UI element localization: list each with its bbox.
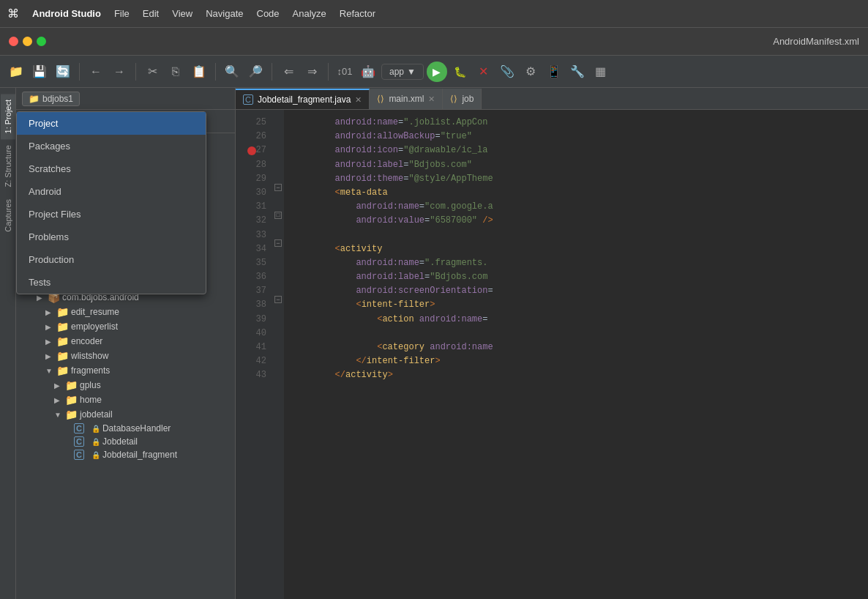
menu-android-studio[interactable]: Android Studio (32, 8, 101, 19)
menu-code[interactable]: Code (257, 8, 280, 19)
menu-analyze[interactable]: Analyze (293, 8, 326, 19)
nav-left-button[interactable]: ⇐ (278, 62, 299, 82)
run-config-selector[interactable]: app ▼ (381, 64, 424, 80)
dropdown-item-project-files[interactable]: Project Files (17, 203, 206, 226)
list-item[interactable]: ▼ 📁 jobdetail (16, 407, 235, 422)
gutter-cell (272, 321, 284, 335)
dropdown-item-problems[interactable]: Problems (17, 226, 206, 248)
open-folder-button[interactable]: 📁 (6, 62, 26, 82)
sort-button[interactable]: ↕01 (334, 62, 355, 82)
code-line-37: android:screenOrientation= (293, 284, 859, 298)
code-line-39: <action android:name= (293, 313, 859, 327)
dropdown-item-project[interactable]: Project (17, 112, 206, 135)
run-button[interactable]: ▶ (427, 62, 447, 82)
line-number: 30 (236, 186, 272, 200)
list-item[interactable]: ▼ 📁 fragments (16, 363, 235, 378)
nav-right-button[interactable]: ⇒ (302, 62, 322, 82)
toolbar-separator-1 (79, 63, 80, 81)
list-item[interactable]: ▶ 📁 encoder (16, 334, 235, 349)
gutter-cell (272, 110, 284, 124)
tree-arrow: ▶ (37, 294, 45, 302)
gutter-cell (272, 124, 284, 138)
tab-xml-icon: ⟨⟩ (450, 94, 457, 104)
dropdown-item-packages[interactable]: Packages (17, 135, 206, 157)
tab-main-xml[interactable]: ⟨⟩ main.xml ✕ (370, 89, 443, 109)
line-number: 42 (236, 354, 272, 368)
fold-marker[interactable]: − (272, 292, 284, 306)
menu-edit[interactable]: Edit (143, 8, 159, 19)
breakpoint-indicator (247, 146, 256, 155)
menu-file[interactable]: File (114, 8, 130, 19)
dropdown-item-tests[interactable]: Tests (17, 271, 206, 294)
minimize-button[interactable] (23, 37, 32, 46)
folder-icon: 📁 (65, 409, 78, 420)
apple-icon[interactable]: ⌘ (7, 7, 19, 21)
toolbar-separator-2 (135, 63, 136, 81)
search2-button[interactable]: 🔎 (245, 62, 266, 82)
close-button[interactable] (9, 37, 18, 46)
line-number: 28 (236, 158, 272, 172)
code-editor[interactable]: android:name=".joblist.AppCon android:al… (284, 110, 868, 599)
cut-button[interactable]: ✂ (142, 62, 162, 82)
android-icon: 🤖 (358, 62, 378, 82)
tab-close-button[interactable]: ✕ (428, 94, 435, 104)
tab-label: job (462, 94, 474, 104)
back-button[interactable]: ← (86, 62, 106, 82)
code-line-28: android:label="Bdjobs.com" (293, 158, 859, 172)
sdk-manager-button[interactable]: ⚙ (520, 62, 541, 82)
fold-marker[interactable]: − (272, 237, 284, 250)
line-numbers: 25 26 27 28 29 30 31 32 33 34 35 36 37 3… (236, 110, 272, 599)
fold-marker[interactable]: □ (272, 208, 284, 222)
main-layout: 1: Project Z: Structure Captures 📁 bdjob… (0, 88, 868, 599)
code-line-25: android:name=".joblist.AppCon (293, 116, 859, 130)
search-button[interactable]: 🔍 (222, 62, 242, 82)
list-item[interactable]: C 🔒 Jobdetail (16, 435, 235, 448)
list-item[interactable]: ▶ 📁 employerlist (16, 319, 235, 334)
sidebar-item-project[interactable]: 1: Project (1, 94, 15, 139)
dropdown-item-android[interactable]: Android (17, 180, 206, 203)
settings-button[interactable]: 🔧 (567, 62, 588, 82)
stop-button[interactable]: ✕ (474, 62, 494, 82)
forward-button[interactable]: → (109, 62, 130, 82)
code-line-35: android:name=".fragments. (293, 256, 859, 270)
tab-jobdetail-fragment[interactable]: C Jobdetail_fragment.java ✕ (236, 89, 370, 109)
save-button[interactable]: 💾 (29, 62, 50, 82)
tree-label: fragments (71, 365, 110, 376)
sidebar-item-structure[interactable]: Z: Structure (1, 139, 15, 193)
tree-arrow: ▶ (54, 382, 63, 390)
folder-icon: 📁 (56, 335, 69, 347)
list-item[interactable]: C 🔒 Jobdetail_fragment (16, 448, 235, 461)
sync-button[interactable]: 🔄 (53, 62, 73, 82)
list-item[interactable]: ▶ 📁 wlistshow (16, 349, 235, 363)
sidebar-item-captures[interactable]: Captures (1, 193, 15, 238)
paste-button[interactable]: 📋 (189, 62, 209, 82)
list-item[interactable]: ▶ 📁 edit_resume (16, 305, 235, 319)
menu-navigate[interactable]: Navigate (206, 8, 243, 19)
fold-marker[interactable]: − (272, 180, 284, 194)
gutter-cell (272, 362, 284, 376)
tree-label: edit_resume (71, 307, 119, 317)
tree-arrow: ▶ (45, 308, 54, 316)
line-number: 34 (236, 242, 272, 256)
dropdown-item-scratches[interactable]: Scratches (17, 157, 206, 180)
folder-icon: 📁 (56, 350, 69, 362)
list-item[interactable]: C 🔒 DatabaseHandler (16, 422, 235, 435)
copy-button[interactable]: ⎘ (165, 62, 186, 82)
line-number: 33 (236, 228, 272, 242)
attach-button[interactable]: 📎 (497, 62, 517, 82)
project-breadcrumb[interactable]: 📁 bdjobs1 (22, 92, 80, 106)
maximize-button[interactable] (37, 37, 46, 46)
tab-close-button[interactable]: ✕ (355, 95, 362, 105)
menu-refactor[interactable]: Refactor (340, 8, 375, 19)
tab-job[interactable]: ⟨⟩ job (443, 89, 482, 109)
dropdown-item-production[interactable]: Production (17, 248, 206, 271)
layout-button[interactable]: ▦ (591, 62, 611, 82)
code-line-38: <intent-filter> (293, 298, 859, 312)
list-item[interactable]: ▶ 📁 home (16, 392, 235, 407)
class-access-icon: 🔒 (91, 438, 100, 446)
avd-manager-button[interactable]: 📱 (544, 62, 564, 82)
debug-button[interactable]: 🐛 (450, 62, 471, 82)
list-item[interactable]: ▶ 📁 gplus (16, 378, 235, 392)
code-line-41: <category android:name (293, 341, 859, 354)
menu-view[interactable]: View (172, 8, 192, 19)
